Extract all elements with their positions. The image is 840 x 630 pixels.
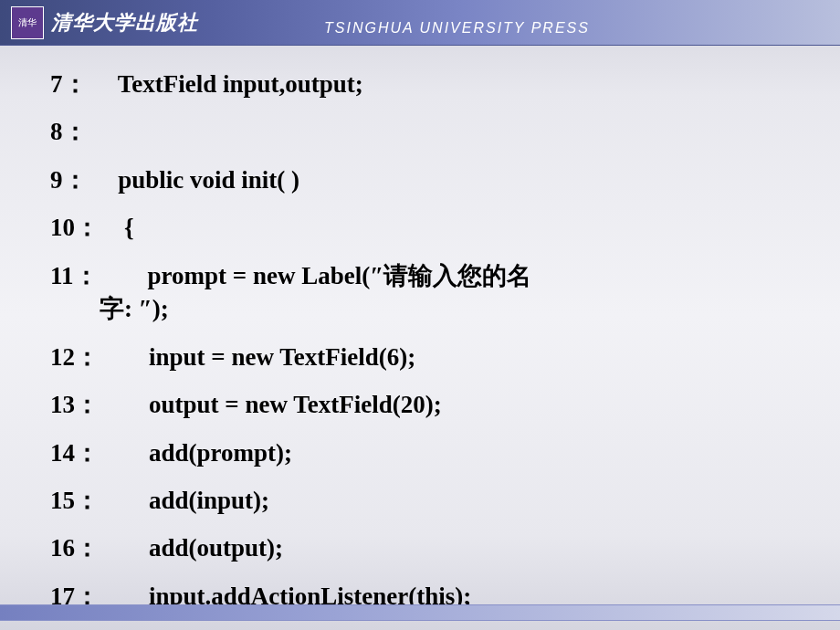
- line-number: 16：: [50, 534, 100, 562]
- code-line: 7： TextField input,output;: [50, 68, 790, 100]
- code-line: 13： output = new TextField(20);: [50, 388, 790, 421]
- line-text: {: [100, 214, 134, 241]
- line-text: add(prompt);: [100, 439, 292, 467]
- line-text: output = new TextField(20);: [100, 391, 442, 418]
- code-line: 9： public void init( ): [50, 163, 790, 196]
- code-line: 10： {: [50, 211, 790, 244]
- code-line: 11： prompt = new Label(″请输入您的名 字: ″);: [50, 259, 790, 326]
- line-number: 7：: [50, 70, 88, 98]
- logo-icon: 清华: [11, 6, 44, 39]
- line-number: 14：: [50, 439, 100, 467]
- code-line: 14： add(prompt);: [50, 436, 790, 469]
- line-text-cont: 字: ″);: [50, 292, 790, 325]
- code-line: 15： add(input);: [50, 484, 790, 517]
- footer-bar: [0, 604, 840, 621]
- code-block: 7： TextField input,output; 8： 9： public …: [0, 46, 840, 630]
- line-number: 8：: [50, 118, 88, 145]
- line-number: 13：: [50, 391, 100, 418]
- line-number: 12：: [50, 343, 100, 371]
- publisher-title-cn: 清华大学出版社: [51, 9, 198, 37]
- publisher-title-en: TSINGHUA UNIVERSITY PRESS: [324, 20, 590, 37]
- line-text: TextField input,output;: [88, 70, 363, 98]
- line-text: add(input);: [100, 487, 269, 514]
- line-number: 11：: [50, 262, 99, 289]
- line-number: 10：: [50, 214, 100, 241]
- header-bar: 清华 清华大学出版社 TSINGHUA UNIVERSITY PRESS: [0, 0, 840, 46]
- line-text: add(output);: [100, 534, 283, 562]
- code-line: 12： input = new TextField(6);: [50, 341, 790, 373]
- code-line: 16： add(output);: [50, 531, 790, 564]
- line-number: 9：: [50, 166, 88, 194]
- line-text: public void init( ): [88, 166, 300, 194]
- line-number: 15：: [50, 487, 100, 514]
- code-line: 8：: [50, 115, 790, 148]
- logo-area: 清华 清华大学出版社: [0, 6, 198, 39]
- line-text: input = new TextField(6);: [100, 343, 415, 371]
- line-text: prompt = new Label(″请输入您的名: [99, 262, 532, 289]
